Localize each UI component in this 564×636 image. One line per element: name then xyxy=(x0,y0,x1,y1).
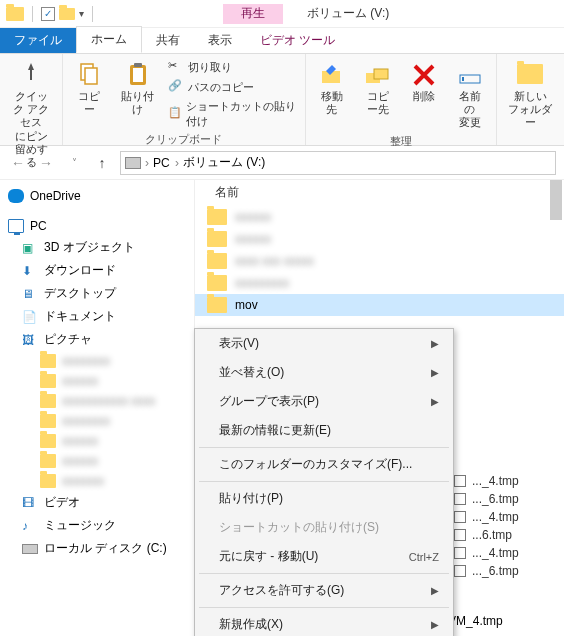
tree-subfolder[interactable]: xxxxxx xyxy=(0,451,194,471)
video-icon: 🎞 xyxy=(22,496,38,510)
folder-icon xyxy=(40,354,56,368)
nav-recent[interactable]: ˅ xyxy=(64,157,84,168)
ctx-group[interactable]: グループで表示(P)▶ xyxy=(195,387,453,416)
tree-music[interactable]: ♪ミュージック xyxy=(0,514,194,537)
folder-icon xyxy=(207,209,227,225)
tree-video[interactable]: 🎞ビデオ xyxy=(0,491,194,514)
ctx-refresh[interactable]: 最新の情報に更新(E) xyxy=(195,416,453,445)
tab-view[interactable]: 表示 xyxy=(194,28,246,53)
ribbon-tabs: ファイル ホーム 共有 表示 ビデオ ツール xyxy=(0,28,564,54)
file-row[interactable]: ..._6.tmp xyxy=(454,490,519,508)
separator xyxy=(199,607,449,608)
picture-icon: 🖼 xyxy=(22,333,38,347)
nav-back[interactable]: ← xyxy=(8,155,28,171)
folder-icon xyxy=(207,253,227,269)
chevron-right-icon: ▶ xyxy=(431,619,439,630)
tree-3d-objects[interactable]: ▣3D オブジェクト xyxy=(0,236,194,259)
download-icon: ⬇ xyxy=(22,264,38,278)
delete-button[interactable]: 削除 xyxy=(404,58,444,105)
pc-icon xyxy=(8,219,24,233)
tree-subfolder[interactable]: xxxxxxxxxxx xxxx xyxy=(0,391,194,411)
chevron-right-icon: ▶ xyxy=(431,396,439,407)
tab-share[interactable]: 共有 xyxy=(142,28,194,53)
chevron-right-icon: ▶ xyxy=(431,585,439,596)
folder-row[interactable]: xxxxxx xyxy=(195,206,564,228)
folder-icon xyxy=(40,374,56,388)
navigation-tree: OneDrive PC ▣3D オブジェクト ⬇ダウンロード 🖥デスクトップ 📄… xyxy=(0,180,195,636)
tab-home[interactable]: ホーム xyxy=(76,26,142,53)
ctx-paste-shortcut: ショートカットの貼り付け(S) xyxy=(195,513,453,542)
file-rows-partial: ..._4.tmp ..._6.tmp ..._4.tmp ...6.tmp .… xyxy=(454,472,519,580)
ribbon: クイック アクセス にピン留めする コピー 貼り付け ✂切り取り 🔗パスのコピー… xyxy=(0,54,564,146)
checkbox[interactable] xyxy=(454,529,466,541)
qat-dropdown[interactable]: ▾ xyxy=(79,8,84,19)
tree-onedrive[interactable]: OneDrive xyxy=(0,186,194,206)
breadcrumb[interactable]: ボリューム (V:) xyxy=(183,154,267,171)
tree-subfolder[interactable]: xxxxxxxx xyxy=(0,351,194,371)
column-header-name[interactable]: 名前 xyxy=(215,184,239,201)
checkbox[interactable] xyxy=(454,547,466,559)
folder-icon xyxy=(40,414,56,428)
ctx-customize[interactable]: このフォルダーのカスタマイズ(F)... xyxy=(195,450,453,479)
new-folder-button[interactable]: 新しい フォルダー xyxy=(503,58,558,132)
copy-button[interactable]: コピー xyxy=(69,58,109,118)
tab-file[interactable]: ファイル xyxy=(0,28,76,53)
file-row[interactable]: ..._6.tmp xyxy=(454,562,519,580)
nav-up[interactable]: ↑ xyxy=(92,155,112,171)
qat-checkbox[interactable]: ✓ xyxy=(41,7,55,21)
drive-icon xyxy=(125,157,141,169)
folder-row[interactable]: xxxxxx xyxy=(195,228,564,250)
tree-subfolder[interactable]: xxxxxxx xyxy=(0,471,194,491)
folder-icon xyxy=(6,7,24,21)
tree-downloads[interactable]: ⬇ダウンロード xyxy=(0,259,194,282)
tree-subfolder[interactable]: xxxxxx xyxy=(0,431,194,451)
cut-button[interactable]: ✂切り取り xyxy=(166,58,298,76)
tree-pc[interactable]: PC xyxy=(0,216,194,236)
contextual-tab-play[interactable]: 再生 xyxy=(223,4,283,24)
tree-subfolder[interactable]: xxxxxx xyxy=(0,371,194,391)
ctx-new[interactable]: 新規作成(X)▶ xyxy=(195,610,453,636)
clipboard-group-label: クリップボード xyxy=(145,130,222,147)
address-bar-row: ← → ˅ ↑ › PC ボリューム (V:) xyxy=(0,146,564,180)
address-bar[interactable]: › PC ボリューム (V:) xyxy=(120,151,556,175)
svg-rect-4 xyxy=(134,63,142,67)
checkbox[interactable] xyxy=(454,475,466,487)
cloud-icon xyxy=(8,189,24,203)
quick-access-toolbar: ✓ ▾ xyxy=(0,6,103,22)
folder-row[interactable]: xxxx xxx xxxxx xyxy=(195,250,564,272)
svg-rect-1 xyxy=(85,68,97,84)
copy-to-button[interactable]: コピー先 xyxy=(358,58,398,118)
tree-local-disk[interactable]: ローカル ディスク (C:) xyxy=(0,537,194,560)
paste-button[interactable]: 貼り付け xyxy=(115,58,160,118)
folder-icon xyxy=(207,275,227,291)
tree-pictures[interactable]: 🖼ピクチャ xyxy=(0,328,194,351)
checkbox[interactable] xyxy=(454,493,466,505)
file-row[interactable]: ..._4.tmp xyxy=(454,544,519,562)
ctx-sort[interactable]: 並べ替え(O)▶ xyxy=(195,358,453,387)
tree-documents[interactable]: 📄ドキュメント xyxy=(0,305,194,328)
nav-forward: → xyxy=(36,155,56,171)
file-row[interactable]: ..._4.tmp xyxy=(454,472,519,490)
breadcrumb[interactable]: PC xyxy=(153,156,179,170)
checkbox[interactable] xyxy=(454,511,466,523)
file-row[interactable]: ...6.tmp xyxy=(454,526,519,544)
copy-path-button[interactable]: 🔗パスのコピー xyxy=(166,78,298,96)
ctx-share-access[interactable]: アクセスを許可する(G)▶ xyxy=(195,576,453,605)
cube-icon: ▣ xyxy=(22,241,38,255)
ctx-view[interactable]: 表示(V)▶ xyxy=(195,329,453,358)
folder-row-selected[interactable]: mov xyxy=(195,294,564,316)
window-title: ボリューム (V:) xyxy=(307,5,389,22)
tree-subfolder[interactable]: xxxxxxxx xyxy=(0,411,194,431)
rename-button[interactable]: 名前の 変更 xyxy=(450,58,490,132)
paste-shortcut-button[interactable]: 📋ショートカットの貼り付け xyxy=(166,98,298,130)
file-row[interactable]: ..._4.tmp xyxy=(454,508,519,526)
ctx-paste[interactable]: 貼り付け(P) xyxy=(195,484,453,513)
folder-icon xyxy=(207,231,227,247)
tab-video-tools[interactable]: ビデオ ツール xyxy=(246,28,349,53)
titlebar: ✓ ▾ 再生 ボリューム (V:) xyxy=(0,0,564,28)
move-to-button[interactable]: 移動先 xyxy=(312,58,352,118)
ctx-undo[interactable]: 元に戻す - 移動(U)Ctrl+Z xyxy=(195,542,453,571)
folder-row[interactable]: xxxxxxxxx xyxy=(195,272,564,294)
checkbox[interactable] xyxy=(454,565,466,577)
tree-desktop[interactable]: 🖥デスクトップ xyxy=(0,282,194,305)
